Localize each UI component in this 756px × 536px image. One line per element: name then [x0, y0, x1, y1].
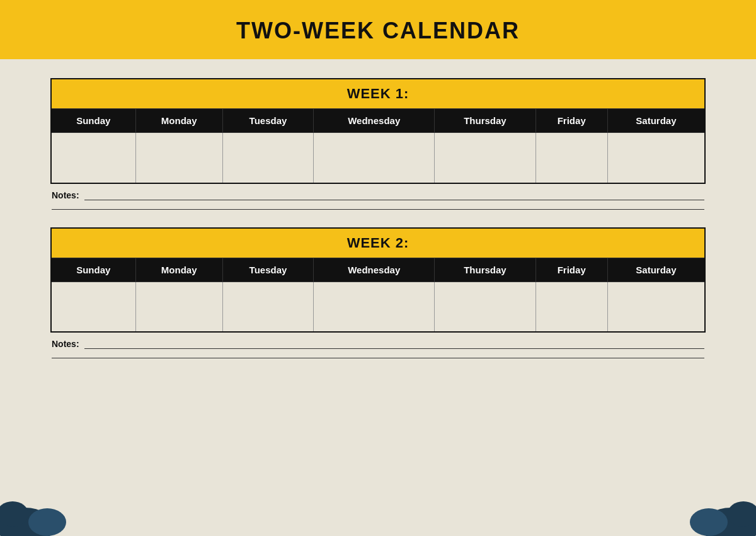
week-2-saturday-header: Saturday [607, 258, 705, 282]
week-2-wednesday-header: Wednesday [314, 258, 435, 282]
week-2-title: WEEK 2: [51, 228, 705, 258]
decorative-blob-left [0, 479, 76, 536]
week-2-cells [51, 282, 705, 332]
week-2-sunday-header: Sunday [51, 258, 135, 282]
week-1-monday-cell[interactable] [135, 133, 222, 183]
week-1-tuesday-cell[interactable] [222, 133, 313, 183]
week-2-title-row: WEEK 2: [51, 228, 705, 258]
week-1-table: WEEK 1: Sunday Monday Tuesday Wednesday … [50, 78, 706, 184]
week-2-notes-label: Notes: [52, 339, 79, 349]
week-1-thursday-cell[interactable] [435, 133, 536, 183]
week-1-friday-header: Friday [536, 109, 607, 133]
week-1-tuesday-header: Tuesday [222, 109, 313, 133]
week-1-notes-label: Notes: [52, 190, 79, 200]
week-1-sunday-cell[interactable] [51, 133, 135, 183]
week-2-notes: Notes: [50, 339, 706, 358]
svg-point-1 [28, 508, 66, 536]
svg-point-4 [690, 508, 728, 536]
page-title: TWO-WEEK CALENDAR [236, 18, 520, 43]
week-1-notes-line-2 [52, 209, 704, 210]
week-2-saturday-cell[interactable] [607, 282, 705, 332]
week-2-section: WEEK 2: Sunday Monday Tuesday Wednesday … [50, 227, 706, 359]
week-2-friday-header: Friday [536, 258, 607, 282]
week-1-notes-line-1[interactable] [84, 200, 704, 200]
week-2-friday-cell[interactable] [536, 282, 607, 332]
week-1-wednesday-cell[interactable] [314, 133, 435, 183]
week-2-monday-cell[interactable] [135, 282, 222, 332]
week-1-sunday-header: Sunday [51, 109, 135, 133]
decorative-blob-right [680, 479, 756, 536]
week-1-monday-header: Monday [135, 109, 222, 133]
week-2-thursday-header: Thursday [435, 258, 536, 282]
week-1-saturday-header: Saturday [607, 109, 705, 133]
week-1-friday-cell[interactable] [536, 133, 607, 183]
week-2-notes-line-2 [52, 358, 704, 358]
week-2-monday-header: Monday [135, 258, 222, 282]
week-1-title-row: WEEK 1: [51, 79, 705, 109]
page-header: TWO-WEEK CALENDAR [0, 0, 756, 59]
week-1-thursday-header: Thursday [435, 109, 536, 133]
week-1-notes: Notes: [50, 190, 706, 210]
week-2-wednesday-cell[interactable] [314, 282, 435, 332]
week-2-notes-line-1[interactable] [84, 348, 704, 349]
week-1-title: WEEK 1: [51, 79, 705, 109]
week-2-table: WEEK 2: Sunday Monday Tuesday Wednesday … [50, 227, 706, 333]
week-2-sunday-cell[interactable] [51, 282, 135, 332]
week-1-cells [51, 133, 705, 183]
week-1-saturday-cell[interactable] [607, 133, 705, 183]
week-1-section: WEEK 1: Sunday Monday Tuesday Wednesday … [50, 78, 706, 210]
week-2-tuesday-cell[interactable] [222, 282, 313, 332]
main-content: WEEK 1: Sunday Monday Tuesday Wednesday … [0, 59, 756, 389]
week-2-day-headers: Sunday Monday Tuesday Wednesday Thursday… [51, 258, 705, 282]
week-1-wednesday-header: Wednesday [314, 109, 435, 133]
week-2-thursday-cell[interactable] [435, 282, 536, 332]
week-1-day-headers: Sunday Monday Tuesday Wednesday Thursday… [51, 109, 705, 133]
week-2-tuesday-header: Tuesday [222, 258, 313, 282]
